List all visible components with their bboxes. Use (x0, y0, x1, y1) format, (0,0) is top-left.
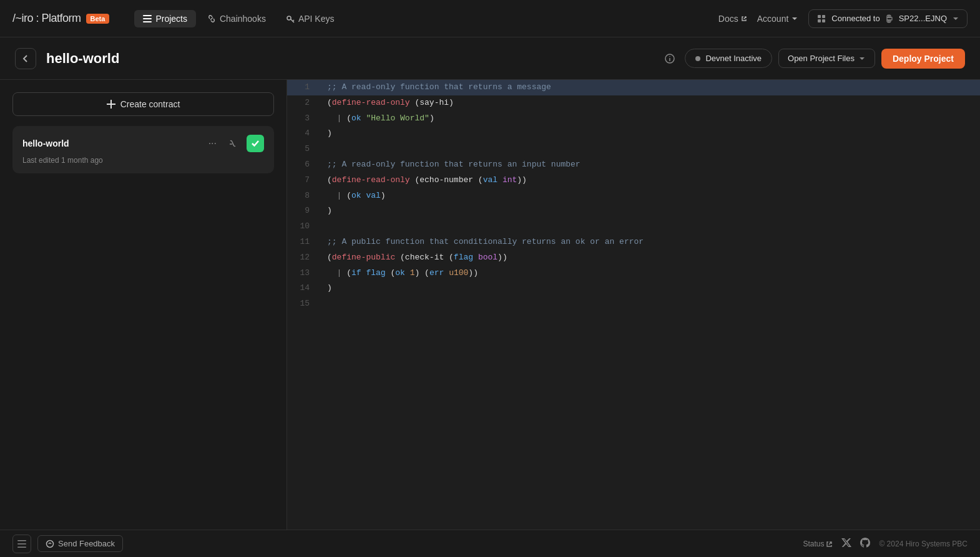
stacks-icon (816, 14, 826, 24)
chevron-down-wallet-icon (952, 15, 959, 22)
svg-rect-5 (818, 15, 821, 18)
line-number: 8 (287, 188, 317, 204)
code-line: 4) (287, 126, 980, 142)
devnet-status-button[interactable]: Devnet Inactive (685, 49, 772, 68)
line-code: | (ok val) (317, 188, 980, 204)
footer-right: Status © 2024 Hiro Systems PBC (803, 538, 968, 550)
code-line: 11;; A public function that conditionall… (287, 235, 980, 250)
line-number: 4 (287, 126, 317, 142)
line-number: 6 (287, 157, 317, 173)
line-number: 15 (287, 296, 317, 312)
line-number: 5 (287, 142, 317, 157)
project-header: hello-world Devnet Inactive Open Project… (0, 37, 980, 80)
info-icon (664, 53, 675, 64)
line-code (317, 219, 980, 235)
code-line: 5 (287, 142, 980, 157)
key-icon (286, 14, 295, 23)
tab-api-keys[interactable]: API Keys (277, 10, 343, 27)
arrow-left-icon (21, 54, 31, 64)
svg-rect-14 (17, 543, 26, 545)
docs-link[interactable]: Docs (718, 14, 747, 24)
app-logo: /~iro : Platform (12, 12, 81, 25)
contract-valid-icon (247, 135, 264, 152)
line-code: ) (317, 203, 980, 219)
code-line: 3 | (ok "Hello World") (287, 111, 980, 127)
send-feedback-button[interactable]: Send Feedback (37, 535, 123, 552)
line-number: 11 (287, 235, 317, 250)
svg-line-3 (210, 17, 213, 20)
project-header-actions: Devnet Inactive Open Project Files Deplo… (661, 49, 965, 69)
project-title: hello-world (46, 51, 651, 67)
line-code: (define-public (check-it (flag bool)) (317, 250, 980, 266)
checkmark-icon (251, 139, 260, 148)
code-line: 15 (287, 296, 980, 312)
svg-rect-7 (818, 19, 821, 22)
svg-point-16 (47, 540, 54, 547)
contract-card-header: hello-world ··· (22, 135, 264, 152)
line-code: | (if flag (ok 1) (err u100)) (317, 266, 980, 281)
contract-last-edited: Last edited 1 month ago (22, 156, 264, 165)
line-code: ) (317, 126, 980, 142)
info-button[interactable] (661, 50, 679, 67)
line-code (317, 296, 980, 312)
line-code: ) (317, 281, 980, 296)
tab-projects[interactable]: Projects (134, 10, 196, 27)
line-code: ;; A read-only function that returns an … (317, 157, 980, 173)
line-number: 14 (287, 281, 317, 296)
code-line: 9) (287, 203, 980, 219)
code-line: 12(define-public (check-it (flag bool)) (287, 250, 980, 266)
line-code: (define-read-only (echo-number (val int)… (317, 173, 980, 188)
beta-badge: Beta (86, 14, 110, 24)
external-link-icon (741, 16, 747, 22)
function-icon[interactable] (225, 135, 242, 152)
line-number: 7 (287, 173, 317, 188)
line-code: | (ok "Hello World") (317, 111, 980, 127)
svg-rect-13 (17, 540, 26, 541)
top-navigation: /~iro : Platform Beta Projects Chainhook… (0, 0, 980, 37)
sidebar: Create contract hello-world ··· (0, 80, 287, 530)
list-icon (143, 14, 152, 23)
footer-left: Send Feedback (12, 535, 123, 553)
code-line: 13 | (if flag (ok 1) (err u100)) (287, 266, 980, 281)
code-line: 8 | (ok val) (287, 188, 980, 204)
hamburger-icon (17, 540, 26, 548)
line-code: ;; A read-only function that returns a m… (317, 80, 980, 95)
open-project-files-button[interactable]: Open Project Files (778, 49, 875, 68)
line-code: (define-read-only (say-hi) (317, 95, 980, 111)
line-number: 9 (287, 203, 317, 219)
create-contract-button[interactable]: Create contract (12, 92, 274, 116)
code-line: 14) (287, 281, 980, 296)
contract-more-button[interactable]: ··· (205, 137, 220, 150)
svg-rect-1 (143, 18, 152, 19)
back-button[interactable] (15, 48, 36, 69)
code-line: 2(define-read-only (say-hi) (287, 95, 980, 111)
code-line: 1;; A read-only function that returns a … (287, 80, 980, 95)
svg-point-12 (670, 56, 670, 56)
code-editor[interactable]: 1;; A read-only function that returns a … (287, 80, 980, 530)
svg-rect-2 (143, 21, 152, 22)
line-number: 2 (287, 95, 317, 111)
line-code: ;; A public function that conditionally … (317, 235, 980, 250)
menu-button[interactable] (12, 535, 31, 553)
copyright-text: © 2024 Hiro Systems PBC (879, 540, 968, 548)
status-link[interactable]: Status (803, 540, 833, 548)
wallet-connect-button[interactable]: Connected to SP22...EJNQ (808, 9, 968, 28)
line-number: 13 (287, 266, 317, 281)
twitter-icon[interactable] (841, 538, 851, 550)
account-menu[interactable]: Account (757, 14, 799, 24)
line-number: 10 (287, 219, 317, 235)
logo-area: /~iro : Platform Beta (12, 12, 109, 25)
line-number: 12 (287, 250, 317, 266)
chain-icon (207, 14, 216, 23)
github-icon[interactable] (860, 538, 870, 550)
line-number: 1 (287, 80, 317, 95)
topnav-right-area: Docs Account Connected to (718, 9, 968, 28)
cmd-icon (885, 14, 894, 23)
feedback-icon (46, 540, 54, 548)
deploy-project-button[interactable]: Deploy Project (881, 49, 965, 69)
svg-rect-6 (822, 15, 825, 18)
svg-rect-0 (143, 15, 152, 16)
chevron-down-icon (791, 15, 798, 22)
tab-chainhooks[interactable]: Chainhooks (198, 10, 275, 27)
main-content-area: Create contract hello-world ··· (0, 80, 980, 530)
